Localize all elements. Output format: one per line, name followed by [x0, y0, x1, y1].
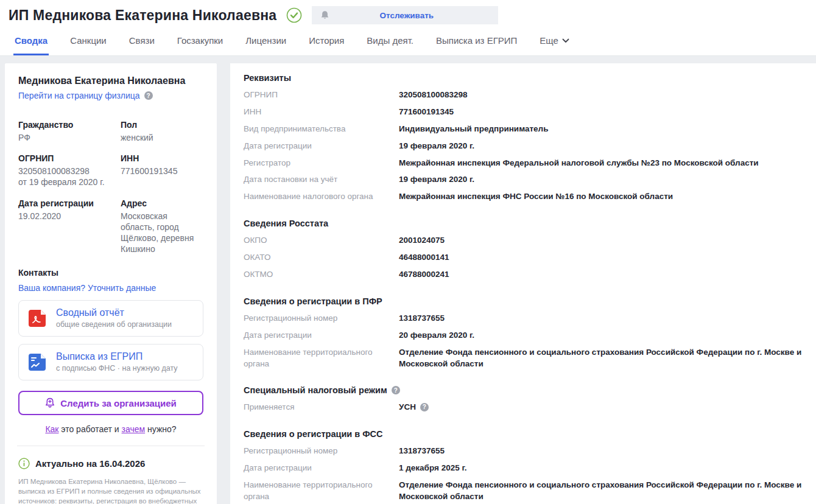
- field-value: 1318737655: [399, 313, 445, 324]
- fact-label: ИНН: [121, 153, 203, 163]
- how-it-works-line: Как это работает и зачем нужно?: [18, 424, 203, 434]
- bell-add-icon: [45, 397, 55, 408]
- section-rekvizity: Реквизиты ОГРНИП320508100083298 ИНН77160…: [244, 73, 810, 203]
- page-title: ИП Медникова Екатерина Николаевна: [9, 7, 276, 24]
- field-label: Дата регистрации: [244, 330, 399, 341]
- report-card-subtitle: с подписью ФНС · на нужную дату: [56, 364, 178, 373]
- help-icon[interactable]: ?: [392, 386, 400, 394]
- fact-label: Дата регистрации: [18, 198, 121, 208]
- section-fss: Сведения о регистрации в ФСС Регистрацио…: [244, 429, 810, 503]
- field-value: 46488000141: [399, 252, 449, 264]
- fact-value: 19.02.2020: [18, 211, 121, 255]
- fact-value: РФ: [18, 132, 121, 143]
- clarify-data-link[interactable]: Ваша компания? Уточнить данные: [18, 283, 156, 293]
- track-button[interactable]: Отслеживать: [312, 6, 498, 24]
- tab-vypiska-egrip[interactable]: Выписка из ЕГРИП: [435, 34, 518, 55]
- field-value: Отделение Фонда пенсионного и социальног…: [399, 347, 810, 370]
- fact-value: Московская область, город Щёлково, дерев…: [121, 211, 203, 255]
- section-tax-regime: Специальный налоговый режим? Применяется…: [244, 385, 810, 413]
- sidebar: Медникова Екатерина Николаевна Перейти н…: [5, 63, 217, 504]
- fact-value: 771600191345: [121, 166, 203, 187]
- section-title: Специальный налоговый режим: [244, 385, 387, 395]
- field-label: Дата постановки на учёт: [244, 174, 399, 186]
- field-label: Дата регистрации: [244, 463, 399, 474]
- tab-istoriya[interactable]: История: [308, 34, 345, 55]
- egrip-doc-icon: [26, 351, 48, 373]
- follow-button-label: Следить за организацией: [60, 398, 177, 408]
- field-value: 20 февраля 2020 г.: [399, 330, 474, 341]
- field-value: 1318737655: [399, 446, 445, 457]
- field-label: Регистратор: [244, 158, 399, 169]
- why-link[interactable]: зачем: [122, 424, 146, 434]
- field-label: ОКТМО: [244, 269, 399, 281]
- field-value: 19 февраля 2020 г.: [399, 141, 474, 152]
- section-rosstat: Сведения Росстата ОКПО2001024075 ОКАТО46…: [244, 219, 810, 281]
- tab-svodka[interactable]: Сводка: [13, 34, 49, 55]
- field-label: Наименование территориального органа: [244, 347, 399, 370]
- field-value: 46788000241: [399, 269, 449, 281]
- contacts-heading: Контакты: [18, 268, 203, 278]
- field-value: Межрайонная инспекция ФНС России №16 по …: [399, 191, 673, 203]
- chevron-down-icon: [562, 38, 569, 43]
- fact-label: Гражданство: [18, 120, 121, 130]
- field-label: ИНН: [244, 107, 399, 118]
- company-description: ИП Медникова Екатерина Николаевна, Щёлко…: [18, 477, 203, 504]
- field-label: ОКПО: [244, 235, 399, 247]
- person-facts: Гражданство Пол РФ женский ОГРНИП ИНН 32…: [18, 112, 203, 254]
- field-label: Регистрационный номер: [244, 313, 399, 324]
- info-icon: [18, 458, 30, 469]
- page-header: ИП Медникова Екатерина Николаевна Отслеж…: [0, 0, 816, 56]
- fact-value: 320508100083298 от 19 февраля 2020 г.: [18, 166, 121, 187]
- fact-label: Пол: [121, 120, 203, 130]
- field-value: Межрайонная инспекция Федеральной налого…: [399, 158, 759, 169]
- field-value: 2001024075: [399, 235, 445, 247]
- report-card-title: Сводный отчёт: [56, 307, 172, 318]
- field-label: ОКАТО: [244, 252, 399, 264]
- section-pfr: Сведения о регистрации в ПФР Регистрацио…: [244, 296, 810, 370]
- main-panel: Реквизиты ОГРНИП320508100083298 ИНН77160…: [230, 63, 816, 504]
- summary-report-card[interactable]: Сводный отчёт общие сведения об организа…: [18, 300, 203, 337]
- tab-sankcii[interactable]: Санкции: [69, 34, 108, 55]
- verified-icon: [286, 7, 302, 23]
- person-page-link[interactable]: Перейти на страницу физлица: [18, 91, 140, 100]
- divider: [17, 446, 205, 446]
- field-value: Индивидуальный предприниматель: [399, 124, 548, 135]
- field-value: 320508100083298: [399, 89, 468, 101]
- field-value: УСН: [399, 402, 416, 413]
- field-label: Применяется: [244, 402, 399, 413]
- follow-organization-button[interactable]: Следить за организацией: [18, 391, 203, 415]
- tab-licenzii[interactable]: Лицензии: [244, 34, 287, 55]
- help-icon[interactable]: ?: [420, 403, 429, 411]
- field-label: Наименование налогового органа: [244, 191, 399, 203]
- fact-label: ОГРНИП: [18, 153, 121, 163]
- field-value: 19 февраля 2020 г.: [399, 174, 474, 186]
- field-value: 771600191345: [399, 107, 454, 118]
- tab-more[interactable]: Еще: [538, 34, 571, 55]
- report-card-title: Выписка из ЕГРИП: [56, 351, 178, 362]
- help-icon[interactable]: ?: [144, 91, 153, 100]
- field-label: Наименование территориального органа: [244, 480, 399, 503]
- section-title: Сведения о регистрации в ФСС: [244, 429, 383, 439]
- section-title: Сведения о регистрации в ПФР: [244, 296, 382, 306]
- field-value: 1 декабря 2025 г.: [399, 463, 466, 474]
- how-link[interactable]: Как: [45, 424, 58, 434]
- bell-icon: [320, 10, 329, 20]
- fact-value: женский: [121, 132, 203, 143]
- field-label: Дата регистрации: [244, 141, 399, 152]
- person-name: Медникова Екатерина Николаевна: [18, 75, 203, 86]
- actual-date-label: Актуально на 16.04.2026: [35, 458, 145, 469]
- field-label: ОГРНИП: [244, 89, 399, 101]
- egrip-extract-card[interactable]: Выписка из ЕГРИП с подписью ФНС · на нуж…: [18, 344, 203, 380]
- fact-label: Адрес: [121, 198, 203, 208]
- field-value: Отделение Фонда пенсионного и социальног…: [399, 480, 810, 503]
- section-title: Сведения Росстата: [244, 219, 328, 228]
- tab-svyazi[interactable]: Связи: [128, 34, 156, 55]
- pdf-icon: [26, 307, 48, 329]
- tab-bar: Сводка Санкции Связи Госзакупки Лицензии…: [0, 26, 816, 56]
- field-label: Регистрационный номер: [244, 446, 399, 457]
- report-card-subtitle: общие сведения об организации: [56, 320, 172, 329]
- field-label: Вид предпринимательства: [244, 124, 399, 135]
- tab-goszakupki[interactable]: Госзакупки: [176, 34, 224, 55]
- tab-vidy-deyat[interactable]: Виды деят.: [365, 34, 415, 55]
- section-title: Реквизиты: [244, 73, 291, 83]
